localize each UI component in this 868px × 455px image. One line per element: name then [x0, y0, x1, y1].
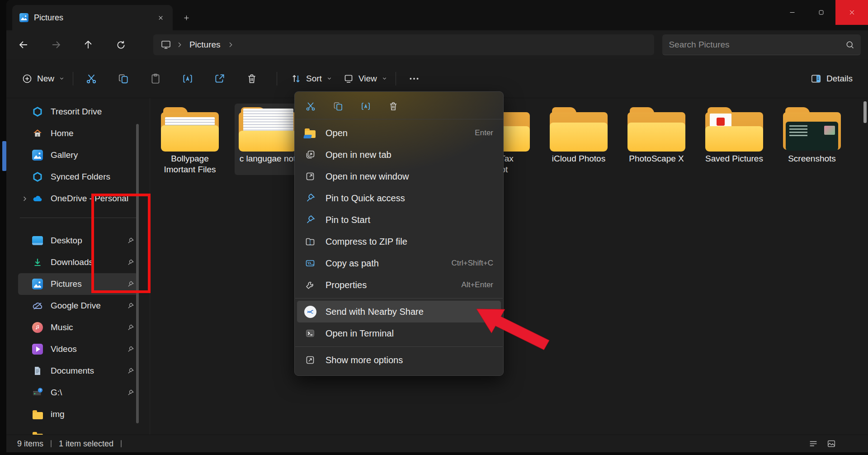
sidebar-item-music[interactable]: Music: [18, 317, 138, 338]
sidebar-item-home[interactable]: Home: [18, 123, 138, 144]
terminal-icon: [304, 328, 316, 339]
menu-item-open-in-new-window[interactable]: Open in new window: [295, 166, 503, 187]
folder-icon: [31, 431, 44, 435]
clipboard-icon: [150, 73, 161, 85]
sort-button[interactable]: Sort: [285, 69, 338, 89]
plus-circle-icon: [22, 73, 33, 84]
background-window-edge: [2, 141, 6, 171]
onedrive-cloud-icon: [31, 193, 44, 204]
trash-icon: [246, 73, 258, 85]
home-icon: [31, 128, 44, 139]
videos-icon: [31, 344, 44, 355]
share-button[interactable]: [210, 69, 230, 89]
maximize-button[interactable]: [807, 0, 835, 25]
downloads-icon: [31, 257, 44, 268]
divider: [73, 72, 73, 85]
sidebar-item-img[interactable]: img: [18, 403, 138, 425]
tab-pictures[interactable]: Pictures: [12, 5, 173, 30]
menu-divider: [295, 298, 503, 299]
folder-tile-photoscape-x[interactable]: PhotoScape X: [623, 104, 689, 175]
view-button[interactable]: View: [338, 69, 393, 89]
annotation-arrow: [472, 302, 553, 354]
sidebar-item-tresorit-drive[interactable]: Tresorit Drive: [18, 101, 138, 123]
sidebar-item-google-drive[interactable]: Google Drive: [18, 295, 138, 317]
folder-icon: [161, 107, 219, 152]
menu-item-pin-to-start[interactable]: Pin to Start: [295, 209, 503, 231]
copy-button[interactable]: [328, 97, 348, 115]
search-icon[interactable]: [845, 40, 854, 49]
delete-button[interactable]: [383, 97, 403, 115]
svg-text:?: ?: [39, 388, 42, 392]
new-label: New: [37, 74, 54, 84]
wrench-icon: [304, 280, 316, 290]
sidebar-item-g-drive[interactable]: ? G:\: [18, 382, 138, 403]
more-options-button[interactable]: [404, 69, 424, 89]
menu-item-properties[interactable]: Properties Alt+Enter: [295, 274, 503, 296]
paste-button[interactable]: [146, 69, 165, 89]
chevron-expand-icon[interactable]: [18, 195, 31, 202]
folder-content-area: Bollypage Imortant Files c langugae not: [150, 98, 868, 435]
tresorit-hexagon-icon: [31, 106, 44, 117]
pin-icon: [127, 324, 134, 332]
menu-item-send-with-nearby-share[interactable]: Send with Nearby Share: [297, 301, 501, 322]
sidebar-item-documents[interactable]: Documents: [18, 360, 138, 382]
menu-item-open-in-new-tab[interactable]: Open in new tab: [295, 144, 503, 166]
selection-annotation-box: [91, 194, 151, 293]
details-button[interactable]: Details: [805, 68, 858, 89]
show-more-options-icon: [304, 355, 316, 365]
refresh-button[interactable]: [111, 35, 131, 55]
folder-icon: [705, 107, 763, 152]
new-button[interactable]: New: [16, 69, 70, 89]
minimize-button[interactable]: [778, 0, 807, 25]
large-thumbnails-toggle[interactable]: [825, 437, 838, 450]
close-button[interactable]: [835, 0, 868, 25]
folder-tile-c-langugae-notes[interactable]: c langugae not: [235, 104, 301, 175]
copy-button[interactable]: [113, 69, 133, 89]
desktop-icon: [31, 236, 44, 245]
new-tab-button[interactable]: [177, 9, 195, 26]
rename-button[interactable]: [178, 69, 198, 89]
details-view-toggle[interactable]: [807, 437, 820, 450]
breadcrumb[interactable]: Pictures: [153, 34, 655, 55]
copy-icon: [333, 101, 344, 112]
menu-item-pin-to-quick-access[interactable]: Pin to Quick access: [295, 187, 503, 209]
folder-icon: [31, 410, 44, 419]
folder-tile-icloud-photos[interactable]: iCloud Photos: [546, 104, 612, 175]
sidebar-item-gallery[interactable]: Gallery: [18, 144, 138, 166]
gallery-icon: [31, 150, 44, 161]
trash-icon: [388, 101, 399, 112]
chevron-down-icon: [326, 76, 332, 81]
back-button[interactable]: [14, 35, 33, 55]
menu-item-open[interactable]: Open Enter: [295, 122, 503, 144]
cut-button[interactable]: [81, 69, 101, 89]
folder-tile-screenshots[interactable]: Screenshots: [779, 104, 845, 175]
search-input[interactable]: [669, 40, 845, 50]
folder-tile-saved-pictures[interactable]: Saved Pictures: [701, 104, 767, 175]
up-button[interactable]: [78, 35, 98, 55]
menu-item-copy-as-path[interactable]: Copy as path Ctrl+Shift+C: [295, 252, 503, 274]
open-new-window-icon: [304, 171, 316, 182]
sidebar-item-partial[interactable]: [18, 425, 138, 435]
content-scrollbar[interactable]: [863, 101, 867, 123]
folder-icon: [550, 107, 608, 152]
pin-icon: [304, 193, 316, 204]
folder-tile-bollypage[interactable]: Bollypage Imortant Files: [157, 104, 223, 175]
details-pane-icon: [810, 73, 822, 85]
sidebar-item-synced-folders[interactable]: Synced Folders: [18, 166, 138, 188]
search-box[interactable]: [662, 34, 861, 55]
navigation-bar: Pictures: [6, 30, 868, 59]
sort-icon: [291, 73, 302, 84]
menu-item-compress-to-zip[interactable]: Compress to ZIP file: [295, 231, 503, 252]
this-pc-icon[interactable]: [158, 39, 174, 50]
cut-button[interactable]: [301, 97, 321, 115]
view-toggles: [807, 437, 838, 450]
desktop-backdrop: Pictures: [0, 0, 868, 455]
tab-close-icon[interactable]: [154, 11, 167, 24]
chevron-down-icon: [59, 76, 65, 81]
rename-button[interactable]: [356, 97, 376, 115]
folder-icon: [627, 107, 685, 152]
delete-button[interactable]: [242, 69, 262, 89]
breadcrumb-item-pictures[interactable]: Pictures: [185, 38, 225, 52]
forward-button[interactable]: [46, 35, 66, 55]
sidebar-item-videos[interactable]: Videos: [18, 338, 138, 360]
